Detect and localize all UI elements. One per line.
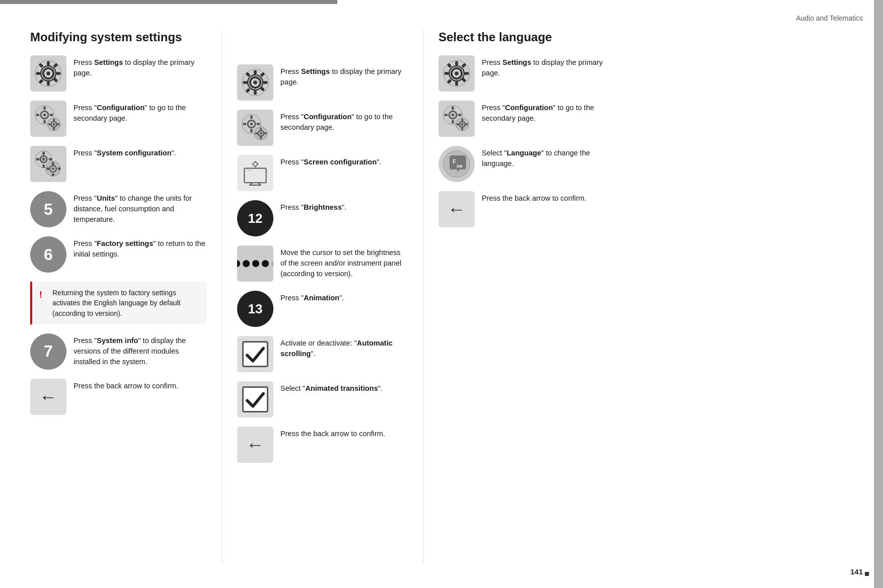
svg-rect-100 <box>457 123 459 125</box>
svg-rect-38 <box>46 167 49 170</box>
config-icon-right <box>438 101 475 137</box>
svg-rect-79 <box>455 61 458 65</box>
svg-text:GB: GB <box>457 164 463 169</box>
instruction-settings-left: Press Settings to display the primary pa… <box>30 55 206 92</box>
svg-point-35 <box>52 167 54 170</box>
svg-rect-46 <box>263 81 267 84</box>
top-bar <box>0 0 337 4</box>
instruction-back-left: ← Press the back arrow to confirm. <box>30 379 206 415</box>
svg-rect-4 <box>47 81 50 86</box>
dot-2 <box>243 260 250 267</box>
instruction-autoscroll: Activate or deactivate: "Automatic scrol… <box>237 336 408 372</box>
svg-rect-93 <box>445 114 448 116</box>
text-config-left: Press "Configuration" to go to the secon… <box>73 101 206 124</box>
back-icon-mid: ← <box>237 427 273 463</box>
svg-point-66 <box>253 162 257 166</box>
instruction-settings-mid: Press Settings to display the primary pa… <box>237 64 408 101</box>
warning-box: ! Returning the system to factory settin… <box>30 282 206 324</box>
num12-badge: 12 <box>237 200 273 236</box>
text-sysinfo: Press "System info" to display the versi… <box>73 333 206 367</box>
svg-rect-45 <box>243 81 247 84</box>
text-back-mid: Press the back arrow to confirm. <box>280 427 385 439</box>
screen-svg <box>241 159 269 187</box>
text-brightness: Press "Brightness". <box>280 200 346 213</box>
instruction-factory: 6 Press "Factory settings" to return to … <box>30 236 206 273</box>
svg-rect-17 <box>36 114 40 116</box>
settings-gear-svg <box>34 59 62 88</box>
text-settings-left: Press Settings to display the primary pa… <box>73 55 206 78</box>
svg-point-28 <box>42 158 45 161</box>
svg-rect-18 <box>50 114 53 116</box>
svg-rect-82 <box>465 72 469 75</box>
svg-rect-99 <box>461 128 463 130</box>
animation-icon: 13 <box>237 291 273 327</box>
warning-icon: ! <box>39 288 47 301</box>
num7-badge: 7 <box>30 333 66 370</box>
text-settings-mid: Press Settings to display the primary pa… <box>280 64 408 88</box>
left-column: Modifying system settings <box>30 30 222 563</box>
settings-icon-left <box>30 55 66 92</box>
dot-1 <box>237 260 240 267</box>
instruction-back-right: ← Press the back arrow to confirm. <box>438 191 604 227</box>
svg-rect-37 <box>52 174 54 177</box>
svg-rect-64 <box>255 132 258 134</box>
brightness-icon: 12 <box>237 200 273 236</box>
config-icon-left <box>30 101 66 137</box>
svg-point-78 <box>455 71 458 75</box>
config-gear-right-svg <box>443 105 471 133</box>
settings-icon-mid <box>237 64 273 101</box>
instruction-units: 5 Press "Units" to change the units for … <box>30 191 206 227</box>
svg-point-90 <box>452 114 455 117</box>
instruction-transitions: Select "Animated transitions". <box>237 381 408 417</box>
svg-point-21 <box>53 123 55 126</box>
svg-rect-92 <box>452 120 454 124</box>
svg-rect-30 <box>42 164 45 168</box>
instruction-animation: 13 Press "Animation". <box>237 291 408 327</box>
text-settings-right: Press Settings to display the primary pa… <box>482 55 604 78</box>
text-units: Press "Units" to change the units for di… <box>73 191 206 225</box>
svg-rect-58 <box>257 123 260 125</box>
dot-3 <box>252 260 259 267</box>
checkbox-autoscroll <box>242 341 268 367</box>
text-config-mid: Press "Configuration" to go to the secon… <box>280 110 408 133</box>
svg-point-54 <box>250 123 253 126</box>
slider-icon <box>237 245 273 282</box>
config-gear-mid-svg <box>241 114 269 142</box>
text-language: Select "Language" to change the language… <box>482 146 604 169</box>
right-column: Select the language <box>423 30 604 563</box>
svg-rect-62 <box>260 128 262 130</box>
settings-gear-right-svg <box>443 59 471 88</box>
left-section-title: Modifying system settings <box>30 30 206 44</box>
right-scrollbar[interactable] <box>874 0 883 588</box>
svg-rect-81 <box>445 72 449 75</box>
text-factory: Press "Factory settings" to return to th… <box>73 236 206 260</box>
transitions-icon <box>237 381 273 417</box>
text-autoscroll: Activate or deactivate: "Automatic scrol… <box>280 336 408 359</box>
svg-rect-24 <box>48 123 51 125</box>
num5-badge: 5 <box>30 191 66 227</box>
sysconfig-gear-svg <box>34 150 62 178</box>
middle-column: Press Settings to display the primary pa… <box>222 30 423 563</box>
back-icon-left: ← <box>30 379 66 415</box>
svg-point-14 <box>43 114 46 117</box>
svg-rect-43 <box>254 70 257 74</box>
svg-rect-63 <box>260 137 262 139</box>
text-animation: Press "Animation". <box>280 291 344 303</box>
autoscroll-icon <box>237 336 273 372</box>
instruction-language: F GB Select "Language" to change the lan… <box>438 146 604 182</box>
instruction-config-right: Press "Configuration" to go to the secon… <box>438 101 604 137</box>
dot-4 <box>262 260 269 267</box>
svg-rect-23 <box>53 128 55 130</box>
checkbox-transitions-svg <box>244 385 267 413</box>
text-back-left: Press the back arrow to confirm. <box>73 379 178 391</box>
back-arrow-left: ← <box>39 388 57 406</box>
svg-rect-3 <box>47 61 50 65</box>
instruction-sysinfo: 7 Press "System info" to display the ver… <box>30 333 206 370</box>
sysconfig-icon-left <box>30 146 66 182</box>
svg-rect-6 <box>56 72 60 75</box>
text-sysconfig-left: Press "System configuration". <box>73 146 176 158</box>
instruction-config-left: Press "Configuration" to go to the secon… <box>30 101 206 137</box>
right-section-title: Select the language <box>438 30 604 44</box>
num13-badge: 13 <box>237 291 273 327</box>
svg-rect-25 <box>57 123 60 125</box>
